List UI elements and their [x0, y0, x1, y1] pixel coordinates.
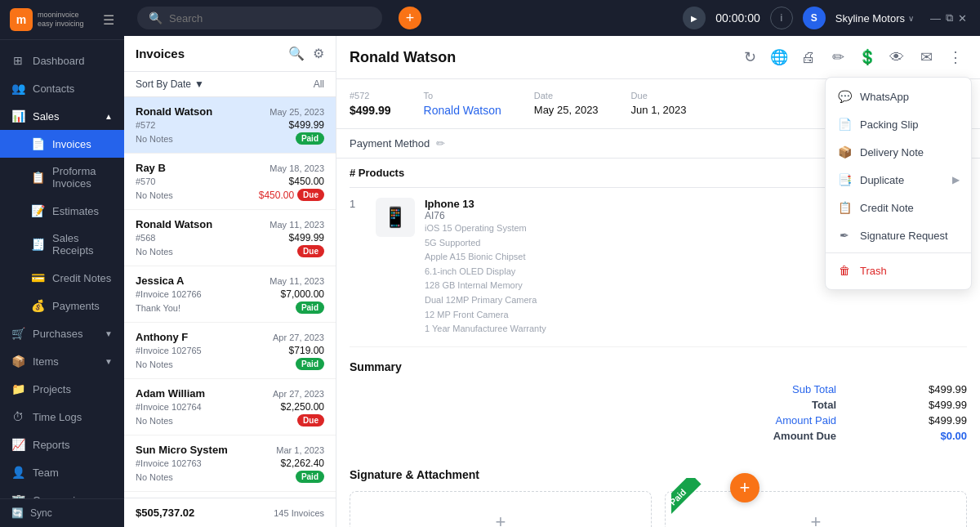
- paid-stamp-wrapper: Paid: [671, 478, 737, 527]
- invoice-list-title: Invoices: [136, 47, 185, 60]
- restore-button[interactable]: ⧉: [946, 11, 953, 25]
- sidebar-item-companies[interactable]: 🏢 Companies: [0, 486, 124, 498]
- dropdown-item-whatsapp[interactable]: 💬 WhatsApp: [826, 83, 971, 110]
- amount-due-label: Amount Due: [773, 430, 836, 442]
- sidebar-item-label: Items: [33, 355, 59, 368]
- sidebar-item-label: Time Logs: [33, 411, 82, 423]
- sidebar-footer-sync[interactable]: 🔄 Sync: [0, 498, 124, 527]
- invoice-item-name: Jessica A: [136, 275, 185, 287]
- packing-slip-icon: 📄: [837, 118, 852, 131]
- dashboard-icon: ⊞: [11, 54, 24, 67]
- sidebar-item-credit-notes[interactable]: 💳 Credit Notes: [0, 264, 124, 292]
- signature-title: Signature & Attachment: [350, 468, 967, 481]
- invoice-item[interactable]: Ronald Watson May 25, 2023 #572 $499.99 …: [124, 97, 336, 154]
- edit-icon[interactable]: ✏: [826, 46, 849, 69]
- info-icon: i: [780, 12, 782, 24]
- timer-display: 00:00:00: [715, 11, 760, 25]
- date-value: May 25, 2023: [534, 104, 599, 116]
- sidebar-item-reports[interactable]: 📈 Reports: [0, 431, 124, 458]
- status-badge: Paid: [296, 132, 324, 145]
- email-icon[interactable]: ✉: [915, 46, 938, 69]
- sort-label: Sort By Date: [136, 78, 191, 90]
- invoice-item-amount: $499.99: [289, 232, 324, 243]
- invoice-item[interactable]: Ray B May 18, 2023 #570 $450.00 No Notes…: [124, 154, 336, 210]
- sidebar-item-estimates[interactable]: 📝 Estimates: [0, 197, 124, 225]
- invoice-item[interactable]: Ronald Watson May 11, 2023 #568 $499.99 …: [124, 210, 336, 266]
- eye-icon[interactable]: 👁: [885, 46, 908, 69]
- sidebar-item-projects[interactable]: 📁 Projects: [0, 375, 124, 403]
- search-bar[interactable]: 🔍: [137, 7, 382, 29]
- whatsapp-icon: 💬: [837, 90, 852, 103]
- close-button[interactable]: ✕: [958, 12, 967, 25]
- sidebar-item-receipts[interactable]: 🧾 Sales Receipts: [0, 225, 124, 264]
- sidebar-item-invoices[interactable]: 📄 Invoices: [0, 130, 124, 158]
- signature-request-icon: ✒: [837, 229, 852, 242]
- sidebar-item-contacts[interactable]: 👥 Contacts: [0, 74, 124, 102]
- sidebar-item-payments[interactable]: 💰 Payments: [0, 292, 124, 319]
- invoice-item-date: May 11, 2023: [270, 276, 324, 286]
- invoice-item-name: Anthony F: [136, 331, 188, 343]
- sidebar-item-team[interactable]: 👤 Team: [0, 458, 124, 486]
- dropdown-item-signature-request[interactable]: ✒ Signature Request: [826, 221, 971, 249]
- sidebar-item-label: Projects: [33, 383, 71, 395]
- filter-invoices-icon[interactable]: ⚙: [313, 46, 324, 61]
- sidebar-item-label: Invoices: [52, 138, 91, 150]
- avatar: S: [803, 7, 826, 29]
- items-icon: 📦: [11, 355, 24, 368]
- dropdown-item-trash[interactable]: 🗑 Trash: [826, 257, 971, 284]
- subtotal-label: Sub Total: [792, 383, 836, 395]
- minimize-button[interactable]: —: [930, 12, 941, 25]
- more-options-icon[interactable]: ⋮: [944, 46, 967, 69]
- sidebar-item-purchases[interactable]: 🛒 Purchases ▼: [0, 319, 124, 347]
- company-selector[interactable]: Skyline Motors ∨: [835, 12, 914, 25]
- signature-section: Signature & Attachment + Customer Sign +…: [336, 455, 980, 527]
- sidebar-item-items[interactable]: 📦 Items ▼: [0, 347, 124, 375]
- phone-icon: 📱: [383, 206, 408, 229]
- info-button[interactable]: i: [770, 7, 793, 29]
- dropdown-item-label: WhatsApp: [860, 91, 909, 103]
- invoice-item[interactable]: Jessica A May 11, 2023 #Invoice 102766 $…: [124, 266, 336, 323]
- add-button[interactable]: +: [399, 7, 421, 29]
- search-invoices-icon[interactable]: 🔍: [288, 46, 305, 61]
- invoice-item[interactable]: Sun Micro System Mar 1, 2023 #Invoice 10…: [124, 435, 336, 492]
- dollar-icon[interactable]: 💲: [856, 46, 879, 69]
- invoice-item[interactable]: Sun Micro System Feb 27, 2023 #10245 $0.…: [124, 492, 336, 498]
- due-amount: $450.00: [259, 190, 294, 201]
- spec-7: 12 MP Front Camera: [425, 310, 509, 319]
- customer-sign-box[interactable]: + Customer Sign: [350, 491, 652, 527]
- search-input[interactable]: [169, 12, 371, 25]
- sidebar-item-label: Estimates: [52, 205, 99, 217]
- invoice-item-number: #Invoice 102764: [136, 402, 202, 412]
- amount-paid-row: Amount Paid $499.99: [350, 414, 967, 427]
- proforma-icon: 📋: [31, 171, 44, 184]
- invoice-item[interactable]: Adam William Apr 27, 2023 #Invoice 10276…: [124, 379, 336, 435]
- dropdown-item-packing-slip[interactable]: 📄 Packing Slip: [826, 110, 971, 138]
- to-value[interactable]: Ronald Watson: [424, 104, 501, 117]
- invoice-item-date: May 11, 2023: [270, 220, 324, 230]
- company-name: Skyline Motors: [835, 12, 905, 25]
- invoice-item[interactable]: Anthony F Apr 27, 2023 #Invoice 102765 $…: [124, 323, 336, 379]
- sidebar-item-proforma[interactable]: 📋 Proforma Invoices: [0, 158, 124, 197]
- invoice-detail-header: Ronald Watson ↻ 🌐 🖨 ✏ 💲 👁 ✉ ⋮: [336, 36, 980, 79]
- sort-by-date[interactable]: Sort By Date ▼: [136, 78, 204, 90]
- share-icon[interactable]: 🌐: [768, 46, 791, 69]
- sidebar-item-sales[interactable]: 📊 Sales ▲: [0, 102, 124, 130]
- topbar: 🔍 + ▶ 00:00:00 i S Skyline Motors ∨ — ⧉ …: [124, 0, 980, 36]
- print-icon[interactable]: 🖨: [797, 46, 820, 69]
- sort-chevron-icon: ▼: [194, 78, 204, 90]
- hamburger-icon[interactable]: ☰: [103, 12, 114, 28]
- dropdown-item-duplicate[interactable]: 📑 Duplicate ▶: [826, 166, 971, 194]
- footer-total: $505,737.02: [136, 507, 194, 519]
- sidebar-item-dashboard[interactable]: ⊞ Dashboard: [0, 47, 124, 74]
- dropdown-item-credit-note[interactable]: 📋 Credit Note: [826, 194, 971, 221]
- payment-edit-icon[interactable]: ✏: [436, 137, 445, 150]
- status-badge: Due: [297, 414, 324, 427]
- filter-all[interactable]: All: [314, 78, 324, 90]
- play-button[interactable]: ▶: [683, 7, 706, 29]
- sidebar-item-time-logs[interactable]: ⏱ Time Logs: [0, 403, 124, 431]
- projects-icon: 📁: [11, 382, 24, 395]
- floating-add-button[interactable]: +: [730, 473, 760, 502]
- sidebar-item-label: Sales: [33, 110, 60, 123]
- refresh-icon[interactable]: ↻: [738, 46, 761, 69]
- dropdown-item-delivery-note[interactable]: 📦 Delivery Note: [826, 138, 971, 166]
